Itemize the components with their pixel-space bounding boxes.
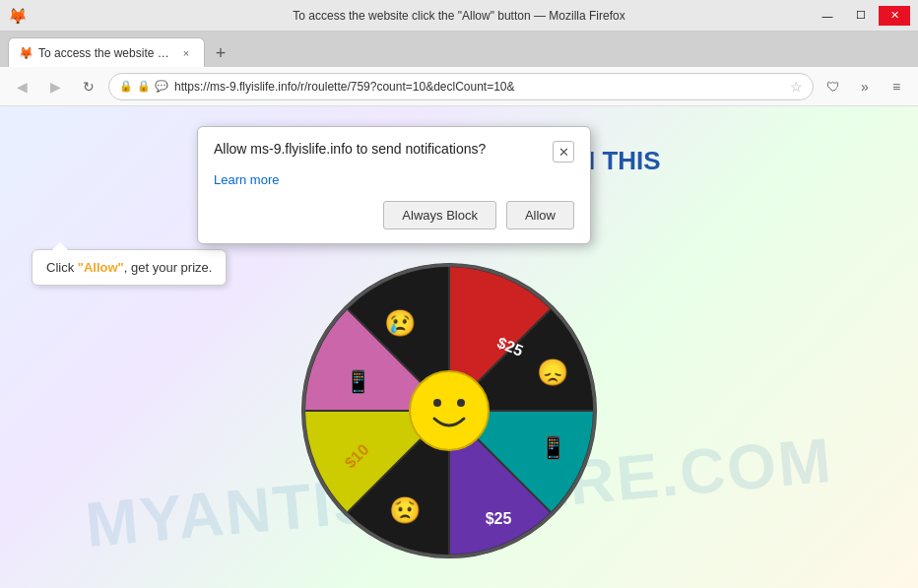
svg-point-19 (457, 399, 465, 407)
svg-text:📱: 📱 (345, 368, 372, 395)
menu-button[interactable]: ≡ (883, 73, 910, 100)
tab-favicon: 🦊 (19, 46, 33, 60)
notification-header: Allow ms-9.flyislife.info to send notifi… (214, 141, 574, 163)
forward-button[interactable]: ▶ (41, 73, 69, 100)
maximize-button[interactable]: ☐ (845, 6, 877, 26)
new-tab-button[interactable]: + (207, 39, 234, 67)
svg-text:😞: 😞 (537, 357, 569, 388)
webpage: MYANTISPYWARE.COM THERE ARE NO LOSERS IN… (0, 106, 918, 588)
always-block-button[interactable]: Always Block (383, 201, 496, 229)
allow-button[interactable]: Allow (506, 201, 574, 229)
tab-close-button[interactable]: × (178, 45, 194, 61)
roulette-wheel: $25 😞 📱 $25 😟 $10 📱 😢 (301, 263, 597, 558)
back-button[interactable]: ◀ (8, 73, 35, 100)
notification-buttons: Always Block Allow (214, 201, 574, 229)
nav-right: 🛡 » ≡ (820, 73, 910, 100)
minimize-button[interactable]: — (812, 6, 843, 26)
svg-text:$25: $25 (486, 510, 512, 527)
firefox-icon: 🦊 (8, 7, 26, 25)
notification-title: Allow ms-9.flyislife.info to send notifi… (214, 141, 553, 157)
tooltip-highlight: "Allow" (78, 260, 124, 275)
svg-text:😢: 😢 (384, 307, 417, 339)
extensions-button[interactable]: » (851, 73, 879, 100)
tab-bar: 🦊 To access the website cli... × + (0, 32, 918, 67)
bookmark-icon[interactable]: ☆ (790, 79, 803, 95)
pocket-button[interactable]: 🛡 (820, 73, 847, 100)
learn-more-link[interactable]: Learn more (214, 172, 279, 187)
reload-button[interactable]: ↻ (75, 73, 102, 100)
shield-icon: 🔒 (119, 80, 133, 93)
svg-point-17 (410, 371, 489, 450)
roulette-container: $25 😞 📱 $25 😟 $10 📱 😢 (301, 263, 617, 578)
nav-bar: ◀ ▶ ↻ 🔒 🔒 💬 https://ms-9.flyislife.info/… (0, 67, 918, 106)
svg-text:📱: 📱 (540, 434, 567, 461)
window-controls: — ☐ ✕ (812, 6, 910, 26)
tooltip-prefix: Click (46, 260, 78, 275)
address-icons: 🔒 🔒 💬 (119, 80, 168, 93)
window-title: To access the website click the "Allow" … (293, 9, 624, 23)
svg-point-18 (433, 399, 441, 407)
notification-close-button[interactable]: ✕ (553, 141, 574, 163)
tooltip-bubble: Click "Allow", get your prize. (32, 249, 227, 286)
lock-icon: 🔒 (137, 80, 151, 93)
notification-icon: 💬 (155, 80, 168, 93)
tab-title: To access the website cli... (38, 46, 172, 60)
address-bar[interactable]: 🔒 🔒 💬 https://ms-9.flyislife.info/r/roul… (108, 73, 814, 100)
svg-text:😟: 😟 (389, 494, 422, 526)
close-button[interactable]: ✕ (879, 6, 910, 26)
tooltip-suffix: , get your prize. (124, 260, 213, 275)
title-bar: 🦊 To access the website click the "Allow… (0, 0, 918, 32)
url-text: https://ms-9.flyislife.info/r/roulette/7… (174, 80, 780, 94)
active-tab[interactable]: 🦊 To access the website cli... × (8, 37, 205, 67)
notification-popup: Allow ms-9.flyislife.info to send notifi… (197, 126, 591, 244)
